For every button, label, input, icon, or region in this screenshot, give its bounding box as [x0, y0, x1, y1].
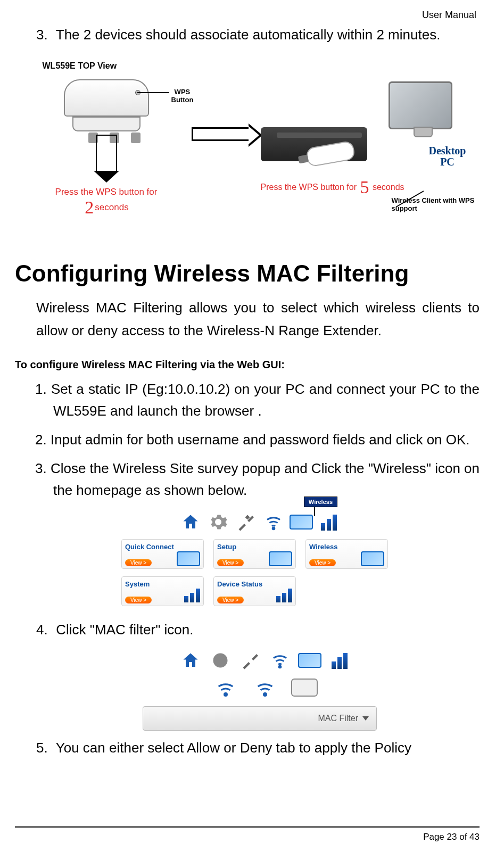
section-heading: Configuring Wireless MAC Filtering: [15, 260, 480, 287]
step-number: 3.: [36, 25, 52, 45]
view-button: View >: [125, 559, 152, 566]
web-gui-homepage-illustration: Wireless Quick Connect View > Setup View…: [121, 508, 398, 610]
wps-button-label: WPS Button: [171, 88, 194, 104]
press-wps-5sec: Press the WPS button for 5 seconds: [261, 177, 463, 197]
wifi-icon: [260, 508, 287, 536]
stats-icon: [326, 647, 353, 674]
monitor-icon: [296, 647, 324, 674]
view-button: View >: [217, 559, 244, 566]
card-quick-connect: Quick Connect View >: [121, 539, 204, 569]
page-footer: Page 23 of 43: [15, 826, 480, 842]
tools-icon: [236, 647, 264, 674]
step-4: 4. Click "MAC filter" icon.: [36, 620, 480, 640]
press-wps-2sec: Press the WPS button for 2seconds: [32, 187, 181, 218]
monitor-icon: [389, 81, 452, 129]
home-icon: [177, 647, 204, 674]
sub-icon-wifi: [211, 679, 240, 702]
wifi-icon: [266, 647, 294, 674]
wl559e-device-illustration: WL559E TOP View WPS Button Press the WPS…: [32, 61, 181, 218]
card-setup: Setup View >: [213, 539, 296, 569]
dropdown-label: MAC Filter: [318, 714, 358, 723]
view-button: View >: [125, 597, 152, 603]
steps-list: 1. Set a static IP (Eg:10.0.10.2) on you…: [15, 378, 480, 500]
monitor-icon: [287, 508, 315, 536]
card-system: System View >: [121, 576, 204, 606]
wireless-client-label: Wireless Client with WPS support: [392, 196, 482, 212]
step-3: 3. Close the Wireless Site survey popup …: [15, 458, 480, 501]
step-2: 2. Input admin for both username and pas…: [15, 429, 480, 450]
step-1: 1. Set a static IP (Eg:10.0.10.2) on you…: [15, 378, 480, 421]
intro-paragraph: Wireless MAC Filtering allows you to sel…: [36, 296, 480, 342]
desktop-pc-illustration: DesktopPC Press the WPS button for 5 sec…: [261, 81, 463, 197]
wl559e-title: WL559E TOP View: [43, 61, 181, 71]
home-icon: [177, 508, 204, 536]
svg-point-3: [225, 693, 227, 696]
view-button: View >: [217, 597, 244, 603]
gear-icon: [204, 508, 232, 536]
wps-step-3: 3. The 2 devices should associate automa…: [36, 25, 480, 45]
wireless-callout: Wireless: [304, 497, 337, 507]
card-device-status: Device Status View >: [213, 576, 296, 606]
card-wireless: Wireless View >: [305, 539, 388, 569]
svg-point-1: [213, 653, 228, 667]
sub-heading: To configure Wireless MAC Filtering via …: [15, 359, 480, 371]
step-text: The 2 devices should associate automatic…: [56, 27, 441, 43]
gear-icon: [206, 647, 234, 674]
mac-filter-gui-illustration: MAC Filter: [143, 647, 387, 731]
chevron-down-icon: [362, 716, 369, 721]
step-5: 5. You can either select Allow or Deny t…: [36, 738, 480, 758]
header-doc-type: User Manual: [15, 10, 480, 21]
sub-icon-wifi: [251, 679, 279, 702]
svg-point-2: [279, 666, 281, 668]
svg-point-0: [272, 527, 275, 530]
sub-icon-device: [290, 679, 319, 702]
view-button: View >: [309, 559, 336, 566]
tools-icon: [232, 508, 260, 536]
wps-diagram: WL559E TOP View WPS Button Press the WPS…: [15, 61, 480, 218]
page-number: Page 23 of 43: [423, 832, 480, 842]
gui-toolbar: [121, 508, 398, 536]
mac-filter-dropdown: MAC Filter: [143, 706, 377, 731]
desktop-pc-label: DesktopPC: [428, 145, 466, 168]
arrow-right-icon: [192, 127, 250, 141]
stats-icon: [315, 508, 343, 536]
svg-point-4: [264, 693, 267, 696]
down-arrow-icon: [96, 135, 117, 172]
